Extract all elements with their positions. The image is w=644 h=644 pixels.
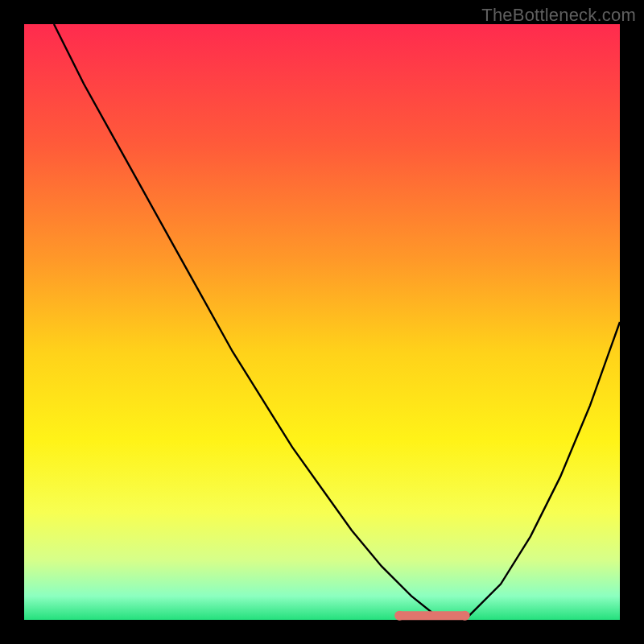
watermark-label: TheBottleneck.com — [481, 5, 636, 26]
bottleneck-chart — [0, 0, 644, 644]
gradient-field — [24, 24, 620, 620]
chart-stage: TheBottleneck.com — [0, 0, 644, 644]
trough-dot-right — [460, 611, 470, 621]
trough-dot-left — [394, 611, 404, 621]
